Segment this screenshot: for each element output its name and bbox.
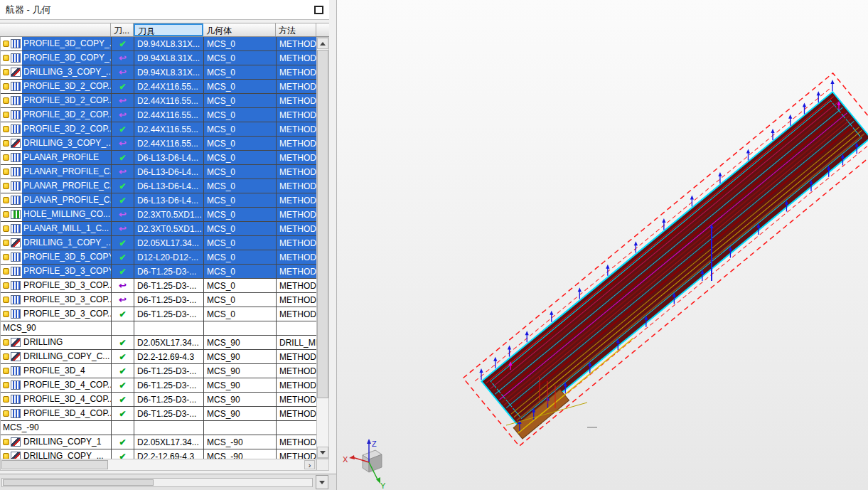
visibility-marker-icon[interactable]: [3, 112, 9, 118]
scroll-down-icon[interactable]: [317, 447, 328, 458]
undock-icon[interactable]: [314, 6, 323, 14]
operation-name-cell[interactable]: PROFILE_3D_4: [1, 364, 112, 378]
operation-row[interactable]: MCS_-90: [1, 421, 316, 435]
column-header-geometry[interactable]: 几何体: [203, 23, 276, 36]
operation-row[interactable]: PROFILE_3D_3_COP... D6-T1.25-D3-... MCS_…: [1, 293, 316, 307]
operation-name-cell[interactable]: PROFILE_3D_3_COPY: [1, 265, 112, 278]
operation-row[interactable]: PROFILE_3D_5_COPY D12-L20-D12-... MCS_0 …: [1, 250, 316, 265]
operation-row[interactable]: DRILLING_COPY_C... D2.2-12.69-4.3 MCS_90…: [1, 350, 316, 364]
visibility-marker-icon[interactable]: [3, 339, 9, 346]
operation-row[interactable]: PLANAR_PROFILE_C... D6-L13-D6-L4... MCS_…: [1, 193, 316, 208]
operation-name-cell[interactable]: PROFILE_3D_2_COP...: [1, 94, 112, 107]
operation-name-cell[interactable]: PLANAR_MILL_1_C...: [1, 222, 112, 235]
column-header-tool[interactable]: 刀具: [134, 23, 203, 36]
operation-name-cell[interactable]: PROFILE_3D_COPY_...: [1, 51, 112, 65]
visibility-marker-icon[interactable]: [3, 353, 9, 360]
operation-row[interactable]: PLANAR_PROFILE_C... D6-L13-D6-L4... MCS_…: [1, 165, 316, 179]
operation-name-cell[interactable]: DRILLING_3_COPY_...: [1, 137, 112, 150]
operation-row[interactable]: PLANAR_PROFILE D6-L13-D6-L4... MCS_0 MET…: [1, 151, 316, 165]
operation-row[interactable]: PROFILE_3D_2_COP... D2.44X116.55... MCS_…: [1, 80, 316, 94]
operation-name-cell[interactable]: MCS_90: [1, 321, 112, 335]
part-body[interactable]: [464, 73, 868, 446]
graphics-viewport[interactable]: X Z Y: [336, 0, 868, 490]
operation-name-cell[interactable]: PROFILE_3D_2_COP...: [1, 80, 112, 93]
scroll-up-icon[interactable]: [317, 38, 328, 49]
visibility-marker-icon[interactable]: [3, 69, 9, 75]
operation-row[interactable]: PROFILE_3D_2_COP... D2.44X116.55... MCS_…: [1, 108, 316, 122]
column-header-method[interactable]: 方法: [276, 23, 316, 36]
operation-row[interactable]: PROFILE_3D_3_COP... D6-T1.25-D3-... MCS_…: [1, 307, 316, 321]
visibility-marker-icon[interactable]: [3, 140, 9, 147]
visibility-marker-icon[interactable]: [3, 126, 9, 132]
operation-name-cell[interactable]: DRILLING_COPY_C...: [1, 350, 112, 363]
visibility-marker-icon[interactable]: [3, 282, 9, 289]
visibility-marker-icon[interactable]: [3, 225, 9, 232]
horizontal-scrollbar-thumb[interactable]: [1, 460, 108, 469]
visibility-marker-icon[interactable]: [3, 453, 9, 459]
operation-name-cell[interactable]: PROFILE_3D_3_COP...: [1, 307, 112, 321]
operation-row[interactable]: PROFILE_3D_COPY_... D9.94XL8.31X... MCS_…: [1, 51, 316, 65]
bottom-scroll-thumb[interactable]: [3, 479, 154, 486]
visibility-marker-icon[interactable]: [3, 254, 9, 260]
operation-row[interactable]: PROFILE_3D_2_COP... D2.44X116.55... MCS_…: [1, 94, 316, 108]
operation-name-cell[interactable]: PROFILE_3D_2_COP...: [1, 108, 112, 122]
operation-name-cell[interactable]: PLANAR_PROFILE_C...: [1, 179, 112, 193]
operation-row[interactable]: DRILLING_1_COPY_... D2.05XL17.34... MCS_…: [1, 236, 316, 250]
operation-row[interactable]: PROFILE_3D_4 D6-T1.25-D3-... MCS_90 METH…: [1, 364, 316, 378]
operation-row[interactable]: PROFILE_3D_3_COP... D6-T1.25-D3-... MCS_…: [1, 279, 316, 293]
operation-name-cell[interactable]: HOLE_MILLING_CO...: [1, 208, 112, 221]
horizontal-scrollbar[interactable]: ›: [0, 459, 316, 471]
operation-name-cell[interactable]: PROFILE_3D_4_COP...: [1, 393, 112, 406]
visibility-marker-icon[interactable]: [3, 55, 9, 61]
operation-name-cell[interactable]: PROFILE_3D_3_COP...: [1, 293, 112, 307]
visibility-marker-icon[interactable]: [3, 197, 9, 203]
visibility-marker-icon[interactable]: [3, 154, 9, 161]
operation-row[interactable]: HOLE_MILLING_CO... D2.3XT0.5XD1... MCS_0…: [1, 208, 316, 222]
visibility-marker-icon[interactable]: [3, 368, 9, 374]
operation-name-cell[interactable]: DRILLING_1_COPY_...: [1, 236, 112, 250]
operation-row[interactable]: PLANAR_PROFILE_C... D6-L13-D6-L4... MCS_…: [1, 179, 316, 193]
operation-name-cell[interactable]: PLANAR_PROFILE_C...: [1, 165, 112, 179]
operation-row[interactable]: PLANAR_MILL_1_C... D2.3XT0.5XD1... MCS_0…: [1, 222, 316, 236]
visibility-marker-icon[interactable]: [3, 410, 9, 417]
vertical-scrollbar[interactable]: [316, 37, 329, 459]
operation-name-cell[interactable]: PROFILE_3D_4_COP...: [1, 378, 112, 392]
visibility-marker-icon[interactable]: [3, 97, 9, 104]
operation-name-cell[interactable]: DRILLING_COPY_1: [1, 435, 112, 449]
operation-name-cell[interactable]: PLANAR_PROFILE_C...: [1, 193, 112, 207]
visibility-marker-icon[interactable]: [3, 311, 9, 317]
operation-row[interactable]: PROFILE_3D_COPY_... D9.94XL8.31X... MCS_…: [1, 37, 316, 51]
operation-name-cell[interactable]: PROFILE_3D_3_COP...: [1, 279, 112, 292]
operation-row[interactable]: MCS_90: [1, 321, 316, 336]
visibility-marker-icon[interactable]: [3, 169, 9, 175]
scroll-right-icon[interactable]: ›: [304, 460, 315, 469]
operation-row[interactable]: DRILLING_COPY_... D2.2-12.69-4.3 MCS_-90…: [1, 449, 316, 459]
operation-row[interactable]: PROFILE_3D_4_COP... D6-T1.25-D3-... MCS_…: [1, 393, 316, 407]
operation-name-cell[interactable]: MCS_-90: [1, 421, 112, 435]
panel-titlebar[interactable]: 航器 - 几何: [0, 0, 329, 20]
operation-name-cell[interactable]: DRILLING_3_COPY_...: [1, 65, 112, 79]
operation-row[interactable]: PROFILE_3D_4_COP... D6-T1.25-D3-... MCS_…: [1, 407, 316, 421]
column-header-name[interactable]: [0, 23, 111, 36]
operation-row[interactable]: PROFILE_3D_3_COPY D6-T1.25-D3-... MCS_0 …: [1, 265, 316, 279]
visibility-marker-icon[interactable]: [3, 41, 9, 47]
visibility-marker-icon[interactable]: [3, 297, 9, 303]
operation-name-cell[interactable]: PLANAR_PROFILE: [1, 151, 112, 164]
operation-row[interactable]: DRILLING D2.05XL17.34... MCS_90 DRILL_ME…: [1, 336, 316, 350]
operation-row[interactable]: DRILLING_COPY_1 D2.05XL17.34... MCS_-90 …: [1, 435, 316, 449]
operation-row[interactable]: DRILLING_3_COPY_... D2.44X116.55... MCS_…: [1, 137, 316, 151]
operation-name-cell[interactable]: PROFILE_3D_COPY_...: [1, 37, 112, 50]
bottom-scroll-down-icon[interactable]: [316, 475, 328, 489]
3d-model-canvas[interactable]: X Z Y: [337, 0, 868, 490]
operation-name-cell[interactable]: PROFILE_3D_2_COP...: [1, 122, 112, 136]
visibility-marker-icon[interactable]: [3, 183, 9, 189]
operation-row[interactable]: PROFILE_3D_2_COP... D2.44X116.55... MCS_…: [1, 122, 316, 137]
visibility-marker-icon[interactable]: [3, 83, 9, 90]
view-triad[interactable]: X Z Y: [343, 439, 386, 490]
operation-name-cell[interactable]: PROFILE_3D_5_COPY: [1, 250, 112, 264]
operation-name-cell[interactable]: DRILLING_COPY_...: [1, 449, 112, 459]
column-header-toolpath[interactable]: 刀...: [111, 23, 134, 36]
operation-row[interactable]: DRILLING_3_COPY_... D9.94XL8.31X... MCS_…: [1, 65, 316, 80]
visibility-marker-icon[interactable]: [3, 439, 9, 445]
visibility-marker-icon[interactable]: [3, 268, 9, 275]
